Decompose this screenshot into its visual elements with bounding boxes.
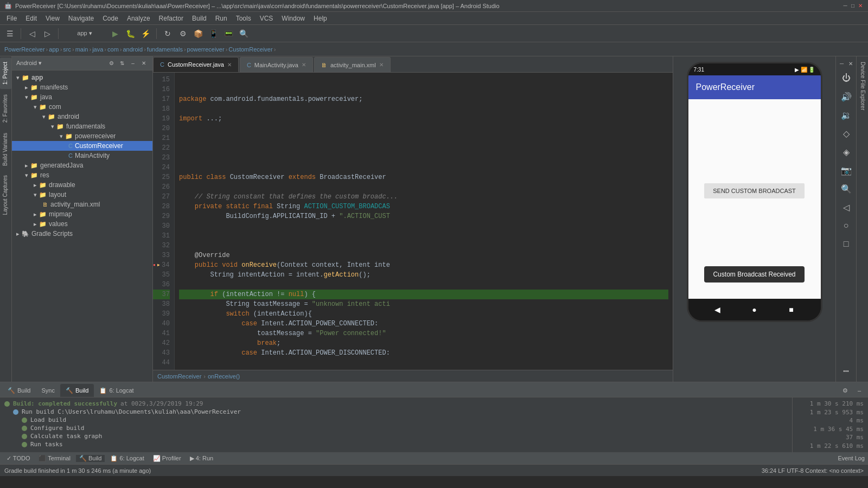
bottom-close-btn[interactable]: – [853, 384, 866, 397]
tab-mainactivity[interactable]: C MainActivity.java ✕ [240, 57, 313, 72]
menu-help[interactable]: Help [309, 14, 331, 23]
emulator-screenshot-btn[interactable]: 📷 [839, 163, 854, 178]
emulator-volume-down-btn[interactable]: 🔉 [839, 107, 854, 123]
tab-customreceiver[interactable]: C CustomReceiver.java ✕ [153, 57, 239, 72]
toolbar-debug-btn[interactable]: 🐛 [124, 27, 137, 40]
tab-close-btn[interactable]: ✕ [302, 62, 306, 68]
toolbar-menu-btn[interactable]: ☰ [3, 27, 16, 40]
minimize-button[interactable]: ─ [842, 3, 848, 9]
breadcrumb-com[interactable]: com [107, 46, 119, 53]
emulator-close-btn[interactable]: ✕ [847, 60, 854, 67]
maximize-button[interactable]: □ [850, 3, 856, 9]
tree-item-mipmap[interactable]: ▸ 📁 mipmap [12, 209, 152, 219]
breadcrumb-powerreceiver[interactable]: PowerReceiver [4, 46, 45, 53]
side-tab-device-file[interactable]: Device File Explorer [857, 57, 868, 114]
toolbar-avd-btn[interactable]: 📟 [222, 27, 235, 40]
bottom-tab-build-icon[interactable]: 🔨 Build [2, 384, 36, 397]
side-tab-build-variants[interactable]: Build Variants [0, 129, 11, 170]
side-tab-project[interactable]: 1: Project [0, 57, 11, 89]
breadcrumb-android[interactable]: android [123, 46, 143, 53]
emulator-more-btn[interactable]: ••• [839, 363, 854, 378]
bottom-tab-logcat[interactable]: 📋 6: Logcat [94, 384, 139, 397]
tree-item-fundamentals[interactable]: ▾ 📁 fundamentals [12, 121, 152, 131]
bottom-tab-build[interactable]: 🔨 Build [60, 384, 94, 397]
tree-item-powerreceiver[interactable]: ▾ 📁 powerreceiver [12, 131, 152, 141]
tab-close-btn[interactable]: ✕ [227, 62, 232, 68]
emulator-circle-btn[interactable]: ○ [839, 218, 854, 233]
breadcrumb-src[interactable]: src [63, 46, 71, 53]
breadcrumb-customreceiver[interactable]: CustomReceiver [228, 46, 272, 53]
tree-item-layout[interactable]: ▾ 📁 layout [12, 190, 152, 200]
tree-item-mainactivity[interactable]: C MainActivity [12, 151, 152, 160]
menu-build[interactable]: Build [188, 14, 211, 23]
todo-tab[interactable]: ✓ TODO [3, 455, 33, 462]
phone-back-btn[interactable]: ◀ [712, 304, 723, 315]
menu-window[interactable]: Window [277, 14, 309, 23]
code-content[interactable]: package com.android.fundamentals.powerre… [175, 73, 673, 370]
phone-home-btn[interactable]: ● [749, 304, 760, 315]
breadcrumb-app[interactable]: app [49, 46, 59, 53]
event-log-btn[interactable]: Event Log [838, 455, 865, 461]
breadcrumb-java[interactable]: java [92, 46, 103, 53]
tree-item-generatedjava[interactable]: ▸ 📁 generatedJava [12, 160, 152, 170]
tab-close-btn[interactable]: ✕ [379, 62, 384, 68]
breadcrumb-fundamentals[interactable]: fundamentals [147, 46, 183, 53]
profiler-tab-bottom[interactable]: 📈 Profiler [150, 455, 184, 462]
menu-code[interactable]: Code [98, 14, 123, 23]
emulator-zoom-btn[interactable]: 🔍 [839, 181, 854, 196]
tree-item-android[interactable]: ▾ 📁 android [12, 112, 152, 121]
build-tab-bottom[interactable]: 🔨 Build [76, 455, 105, 462]
run-tab-bottom[interactable]: ▶ 4: Run [187, 455, 216, 462]
toolbar-search-btn[interactable]: 🔍 [237, 27, 250, 40]
emulator-back-btn[interactable]: ◁ [839, 200, 854, 215]
tree-item-customreceiver[interactable]: C CustomReceiver [12, 141, 152, 151]
menu-vcs[interactable]: VCS [256, 14, 278, 23]
side-tab-favorites[interactable]: 2: Favorites [0, 90, 11, 127]
project-sort-btn[interactable]: ⇅ [118, 59, 126, 68]
project-settings-btn[interactable]: ⚙ [107, 59, 116, 68]
toolbar-attach-btn[interactable]: ⚡ [139, 27, 152, 40]
menu-navigate[interactable]: Navigate [64, 14, 98, 23]
close-button[interactable]: ✕ [857, 3, 864, 9]
project-collapse-btn[interactable]: – [129, 59, 137, 68]
menu-edit[interactable]: Edit [21, 14, 41, 23]
phone-recent-btn[interactable]: ■ [786, 304, 797, 315]
tree-item-values[interactable]: ▸ 📁 values [12, 219, 152, 229]
bottom-tab-sync[interactable]: Sync [36, 384, 60, 397]
project-more-btn[interactable]: ✕ [139, 59, 148, 68]
menu-view[interactable]: View [41, 14, 64, 23]
toolbar-device-btn[interactable]: 📱 [207, 27, 220, 40]
emulator-rotate-btn[interactable]: ◇ [839, 126, 854, 141]
side-tab-layout-captures[interactable]: Layout Captures [0, 171, 11, 219]
menu-tools[interactable]: Tools [232, 14, 256, 23]
emulator-minimize-btn[interactable]: ─ [838, 60, 846, 67]
tree-item-gradle[interactable]: ▸ 🐘 Gradle Scripts [12, 229, 152, 239]
android-dropdown[interactable]: Android ▾ [16, 60, 42, 66]
terminal-tab[interactable]: ⬛ Terminal [35, 455, 73, 462]
tree-item-drawable[interactable]: ▸ 📁 drawable [12, 180, 152, 190]
menu-run[interactable]: Run [211, 14, 232, 23]
toolbar-sync-btn[interactable]: ↻ [161, 27, 174, 40]
tree-item-java[interactable]: ▾ 📁 java [12, 92, 152, 102]
breadcrumb-main[interactable]: main [75, 46, 88, 53]
toolbar-forward-btn[interactable]: ▷ [41, 27, 54, 40]
menu-analyze[interactable]: Analyze [123, 14, 155, 23]
tree-item-res[interactable]: ▾ 📁 res [12, 170, 152, 180]
toolbar-run-config[interactable]: app ▾ [63, 27, 106, 40]
emulator-square-btn[interactable]: □ [839, 236, 854, 252]
send-custom-broadcast-button[interactable]: SEND CUSTOM BROADCAST [704, 183, 805, 198]
code-editor[interactable]: 15 16 17 18 19 20 21 22 23 24 25 26 27 2… [153, 73, 673, 370]
tree-item-app[interactable]: ▾ 📁 app [12, 73, 152, 82]
toolbar-run-btn[interactable]: ▶ [108, 27, 122, 40]
tree-item-activity-main-xml[interactable]: 🗎 activity_main.xml [12, 200, 152, 209]
menu-file[interactable]: File [2, 14, 21, 23]
toolbar-back-btn[interactable]: ◁ [25, 27, 39, 40]
emulator-volume-up-btn[interactable]: 🔊 [839, 89, 854, 104]
tree-item-manifests[interactable]: ▸ 📁 manifests [12, 82, 152, 92]
toolbar-sdk-btn[interactable]: 📦 [192, 27, 205, 40]
breadcrumb-onreceive[interactable]: onReceive() [208, 373, 240, 380]
logcat-tab-bottom[interactable]: 📋 6: Logcat [107, 455, 147, 462]
emulator-power-btn[interactable]: ⏻ [839, 70, 854, 86]
menu-refactor[interactable]: Refactor [155, 14, 188, 23]
breadcrumb-customreceiver[interactable]: CustomReceiver [157, 373, 201, 380]
